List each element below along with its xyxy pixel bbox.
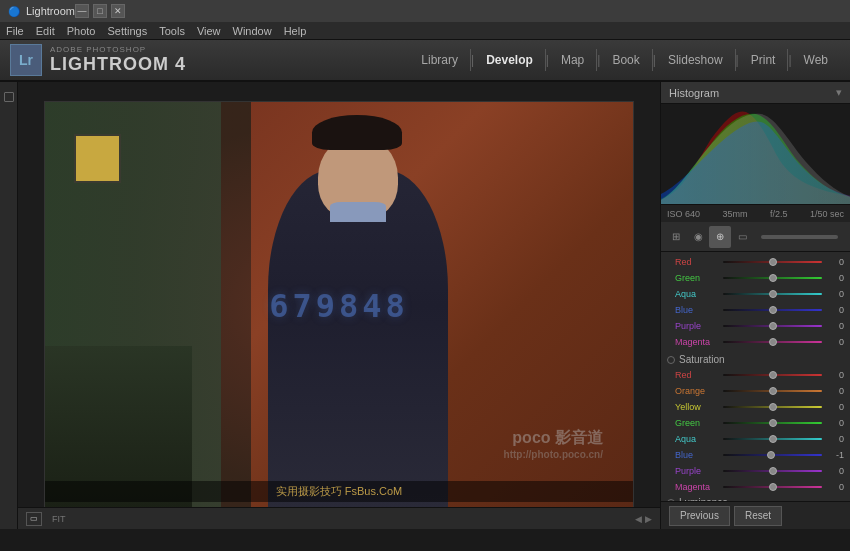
product-name: LIGHTROOM 4: [50, 54, 186, 75]
sat-row-magenta: Magenta 0: [661, 479, 850, 495]
hue-magenta-label: Magenta: [675, 337, 723, 347]
hue-green-slider[interactable]: [723, 273, 822, 283]
grad-filter-tool[interactable]: ▭: [731, 226, 753, 248]
hue-red-slider[interactable]: [723, 257, 822, 267]
sat-aqua-value: 0: [822, 434, 844, 444]
saturation-label: Saturation: [679, 354, 844, 365]
sat-green-label: Green: [675, 418, 723, 428]
hue-purple-slider[interactable]: [723, 321, 822, 331]
hue-blue-value: 0: [822, 305, 844, 315]
sat-aqua-label: Aqua: [675, 434, 723, 444]
spot-heal-tool[interactable]: ◉: [687, 226, 709, 248]
nav-map[interactable]: Map: [549, 49, 597, 71]
lr-logo: Lr: [10, 44, 42, 76]
nav-book[interactable]: Book: [600, 49, 652, 71]
meta-bar: ISO 640 35mm f/2.5 1/50 sec: [661, 204, 850, 222]
sat-orange-slider[interactable]: [723, 386, 822, 396]
tool-slider[interactable]: [761, 235, 838, 239]
sat-aqua-slider[interactable]: [723, 434, 822, 444]
sat-orange-value: 0: [822, 386, 844, 396]
hue-group: Red 0 Green 0: [661, 252, 850, 352]
nav-library[interactable]: Library: [409, 49, 471, 71]
hue-aqua-label: Aqua: [675, 289, 723, 299]
hue-row-aqua: Aqua 0: [661, 286, 850, 302]
watermark-fsbus: 实用摄影技巧 FsBus.CoM: [45, 481, 633, 502]
meta-focal: 35mm: [723, 209, 748, 219]
menu-file[interactable]: File: [6, 25, 24, 37]
sat-purple-slider[interactable]: [723, 466, 822, 476]
histogram-area: [661, 104, 850, 204]
maximize-button[interactable]: □: [93, 4, 107, 18]
hue-blue-label: Blue: [675, 305, 723, 315]
hue-row-blue: Blue 0: [661, 302, 850, 318]
menu-help[interactable]: Help: [284, 25, 307, 37]
sat-purple-label: Purple: [675, 466, 723, 476]
sat-purple-value: 0: [822, 466, 844, 476]
nav-print[interactable]: Print: [739, 49, 789, 71]
previous-button[interactable]: Previous: [669, 506, 730, 526]
sat-row-aqua: Aqua 0: [661, 431, 850, 447]
hue-blue-slider[interactable]: [723, 305, 822, 315]
filmstrip-icon[interactable]: ▭: [26, 512, 42, 526]
hue-aqua-value: 0: [822, 289, 844, 299]
red-eye-tool[interactable]: ⊕: [709, 226, 731, 248]
photo-container: 679848 poco 影音道 http://photo.poco.cn/ 实用…: [44, 101, 634, 511]
sat-magenta-value: 0: [822, 482, 844, 492]
hue-magenta-value: 0: [822, 337, 844, 347]
sat-red-slider[interactable]: [723, 370, 822, 380]
sat-red-value: 0: [822, 370, 844, 380]
histogram-header: Histogram ▾: [661, 82, 850, 104]
sat-yellow-label: Yellow: [675, 402, 723, 412]
nav-web[interactable]: Web: [792, 49, 840, 71]
sat-yellow-slider[interactable]: [723, 402, 822, 412]
right-panel-bottom: Previous Reset: [661, 501, 850, 529]
lr-brand: ADOBE PHOTOSHOP LIGHTROOM 4: [50, 45, 186, 75]
menu-tools[interactable]: Tools: [159, 25, 185, 37]
hue-red-value: 0: [822, 257, 844, 267]
hue-magenta-slider[interactable]: [723, 337, 822, 347]
menu-edit[interactable]: Edit: [36, 25, 55, 37]
sat-green-slider[interactable]: [723, 418, 822, 428]
minimize-button[interactable]: —: [75, 4, 89, 18]
menu-photo[interactable]: Photo: [67, 25, 96, 37]
sat-row-blue: Blue -1: [661, 447, 850, 463]
left-panel: [0, 82, 18, 529]
saturation-group-header[interactable]: Saturation: [661, 352, 850, 367]
sat-toggle-dot[interactable]: [667, 356, 675, 364]
crop-tool[interactable]: ⊞: [665, 226, 687, 248]
histogram-collapse[interactable]: ▾: [836, 86, 842, 99]
meta-shutter: 1/50 sec: [810, 209, 844, 219]
hue-aqua-slider[interactable]: [723, 289, 822, 299]
sat-row-yellow: Yellow 0: [661, 399, 850, 415]
sat-blue-label: Blue: [675, 450, 723, 460]
menu-settings[interactable]: Settings: [107, 25, 147, 37]
hue-red-label: Red: [675, 257, 723, 267]
reset-button[interactable]: Reset: [734, 506, 782, 526]
hue-green-label: Green: [675, 273, 723, 283]
hue-green-value: 0: [822, 273, 844, 283]
topbar: Lr ADOBE PHOTOSHOP LIGHTROOM 4 Library |…: [0, 40, 850, 82]
hue-row-red: Red 0: [661, 254, 850, 270]
app-icon: 🔵: [8, 6, 20, 17]
close-button[interactable]: ✕: [111, 4, 125, 18]
watermark-poco: poco 影音道 http://photo.poco.cn/: [504, 428, 603, 460]
photo-area: 679848 poco 影音道 http://photo.poco.cn/ 实用…: [18, 82, 660, 529]
hue-row-purple: Purple 0: [661, 318, 850, 334]
nav-arrows: ◀ ▶: [635, 514, 652, 524]
sat-row-red: Red 0: [661, 367, 850, 383]
menu-window[interactable]: Window: [233, 25, 272, 37]
nav-slideshow[interactable]: Slideshow: [656, 49, 736, 71]
menu-view[interactable]: View: [197, 25, 221, 37]
hue-row-green: Green 0: [661, 270, 850, 286]
meta-iso: ISO 640: [667, 209, 700, 219]
sat-magenta-slider[interactable]: [723, 482, 822, 492]
zoom-selector[interactable]: FIT: [48, 514, 70, 524]
left-panel-toggle[interactable]: [4, 92, 14, 102]
sat-green-value: 0: [822, 418, 844, 428]
window-controls: — □ ✕: [75, 4, 125, 18]
meta-aperture: f/2.5: [770, 209, 788, 219]
watermark-poco-url: http://photo.poco.cn/: [504, 449, 603, 460]
sat-orange-label: Orange: [675, 386, 723, 396]
sat-blue-slider[interactable]: [723, 450, 822, 460]
nav-develop[interactable]: Develop: [474, 49, 546, 71]
